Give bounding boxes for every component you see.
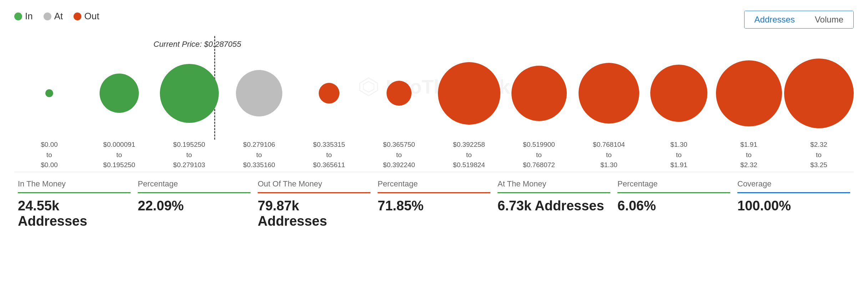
range-bottom: $0.768072 bbox=[523, 161, 555, 169]
bubble-col-5 bbox=[294, 50, 364, 136]
stat-value-in-pct: 22.09% bbox=[138, 198, 251, 214]
range-bottom: $3.25 bbox=[810, 161, 827, 169]
range-top: $1.30 bbox=[670, 141, 687, 148]
bubble-b12 bbox=[784, 59, 854, 128]
range-to: to bbox=[746, 151, 752, 159]
range-to: to bbox=[536, 151, 542, 159]
range-top: $0.519900 bbox=[523, 141, 555, 148]
bubble-b3 bbox=[160, 64, 219, 123]
range-top: $0.000091 bbox=[103, 141, 135, 148]
stat-value-at-money: 6.73k Addresses bbox=[498, 198, 610, 214]
bubble-b11 bbox=[716, 60, 782, 126]
stat-underline-out-of-money bbox=[258, 192, 370, 193]
stat-underline-at-money bbox=[498, 192, 610, 193]
range-bottom: $0.365611 bbox=[313, 161, 345, 169]
range-to: to bbox=[606, 151, 612, 159]
label-col-2: $0.000091to$0.195250 bbox=[84, 140, 154, 170]
bubble-col-10 bbox=[644, 50, 714, 136]
out-dot bbox=[74, 12, 81, 20]
volume-button[interactable]: Volume bbox=[805, 11, 853, 28]
stat-label-at-money: At The Money bbox=[498, 179, 610, 189]
legend-at: At bbox=[44, 11, 63, 22]
range-top: $2.32 bbox=[810, 141, 827, 148]
range-bottom: $0.195250 bbox=[103, 161, 135, 169]
stat-value-out-pct: 71.85% bbox=[378, 198, 490, 214]
stat-underline-out-pct bbox=[378, 192, 490, 193]
bubble-col-1 bbox=[14, 50, 84, 136]
label-col-4: $0.279106to$0.335160 bbox=[224, 140, 294, 170]
bubble-b10 bbox=[650, 65, 707, 122]
stat-underline-coverage bbox=[737, 192, 850, 193]
range-to: to bbox=[116, 151, 122, 159]
range-to: to bbox=[46, 151, 52, 159]
range-bottom: $0.519824 bbox=[453, 161, 485, 169]
range-top: $0.392258 bbox=[453, 141, 485, 148]
range-bottom: $1.30 bbox=[600, 161, 617, 169]
stat-label-in-the-money: In The Money bbox=[18, 179, 131, 189]
label-col-8: $0.519900to$0.768072 bbox=[504, 140, 574, 170]
bubble-b5 bbox=[319, 83, 339, 104]
stat-value-coverage: 100.00% bbox=[737, 198, 850, 214]
legend-in: In bbox=[14, 11, 33, 22]
label-col-12: $2.32to$3.25 bbox=[784, 140, 854, 170]
legend: In At Out bbox=[14, 11, 854, 22]
stat-at-pct: Percentage6.06% bbox=[614, 179, 734, 214]
range-top: $0.365750 bbox=[383, 141, 415, 148]
range-to: to bbox=[466, 151, 472, 159]
current-price-label: Current Price: $0.287055 bbox=[153, 40, 241, 49]
range-bottom: $0.279103 bbox=[173, 161, 205, 169]
range-bottom: $0.392240 bbox=[383, 161, 415, 169]
range-bottom: $2.32 bbox=[740, 161, 757, 169]
bubble-col-8 bbox=[504, 50, 574, 136]
stats-row: In The Money24.55k AddressesPercentage22… bbox=[14, 172, 854, 229]
stat-at-money: At The Money6.73k Addresses bbox=[494, 179, 614, 214]
stat-coverage: Coverage100.00% bbox=[734, 179, 854, 214]
stat-in-the-money: In The Money24.55k Addresses bbox=[14, 179, 134, 229]
range-top: $1.91 bbox=[740, 141, 757, 148]
stat-value-at-pct: 6.06% bbox=[617, 198, 730, 214]
range-top: $0.195250 bbox=[173, 141, 205, 148]
bubble-col-12 bbox=[784, 50, 854, 136]
stat-label-out-pct: Percentage bbox=[378, 179, 490, 189]
at-dot bbox=[44, 12, 51, 20]
label-col-3: $0.195250to$0.279103 bbox=[154, 140, 224, 170]
stat-label-in-pct: Percentage bbox=[138, 179, 251, 189]
range-to: to bbox=[816, 151, 822, 159]
stat-in-pct: Percentage22.09% bbox=[134, 179, 254, 214]
bubble-b8 bbox=[511, 66, 567, 121]
bubble-b7 bbox=[438, 62, 500, 125]
stat-value-out-of-money: 79.87k Addresses bbox=[258, 198, 370, 229]
stat-out-pct: Percentage71.85% bbox=[374, 179, 494, 214]
bubble-b1 bbox=[45, 89, 53, 97]
label-col-6: $0.365750to$0.392240 bbox=[364, 140, 434, 170]
in-dot bbox=[14, 12, 22, 20]
stat-out-of-money: Out Of The Money79.87k Addresses bbox=[254, 179, 374, 229]
stat-underline-in-the-money bbox=[18, 192, 131, 193]
legend-at-label: At bbox=[54, 11, 63, 22]
bubble-col-11 bbox=[714, 50, 784, 136]
view-toggle: Addresses Volume bbox=[744, 11, 854, 29]
label-col-10: $1.30to$1.91 bbox=[644, 140, 714, 170]
legend-out: Out bbox=[74, 11, 99, 22]
range-bottom: $1.91 bbox=[670, 161, 687, 169]
range-top: $0.00 bbox=[41, 141, 58, 148]
legend-in-label: In bbox=[25, 11, 33, 22]
bubbles-row bbox=[14, 50, 854, 136]
range-to: to bbox=[326, 151, 332, 159]
bubble-b2 bbox=[100, 74, 139, 113]
bubble-col-9 bbox=[574, 50, 644, 136]
label-col-5: $0.335315to$0.365611 bbox=[294, 140, 364, 170]
chart-area: Current Price: $0.287055 IntoTheBlock $0… bbox=[14, 29, 854, 165]
addresses-button[interactable]: Addresses bbox=[745, 11, 805, 28]
bubble-col-6 bbox=[364, 50, 434, 136]
stat-value-in-the-money: 24.55k Addresses bbox=[18, 198, 131, 229]
range-to: to bbox=[676, 151, 682, 159]
range-to: to bbox=[396, 151, 402, 159]
bubble-col-7 bbox=[434, 50, 504, 136]
bubble-b9 bbox=[579, 63, 639, 124]
label-col-7: $0.392258to$0.519824 bbox=[434, 140, 504, 170]
bubble-col-2 bbox=[84, 50, 154, 136]
range-to: to bbox=[256, 151, 262, 159]
range-top: $0.279106 bbox=[243, 141, 275, 148]
bubble-b4 bbox=[236, 70, 282, 116]
